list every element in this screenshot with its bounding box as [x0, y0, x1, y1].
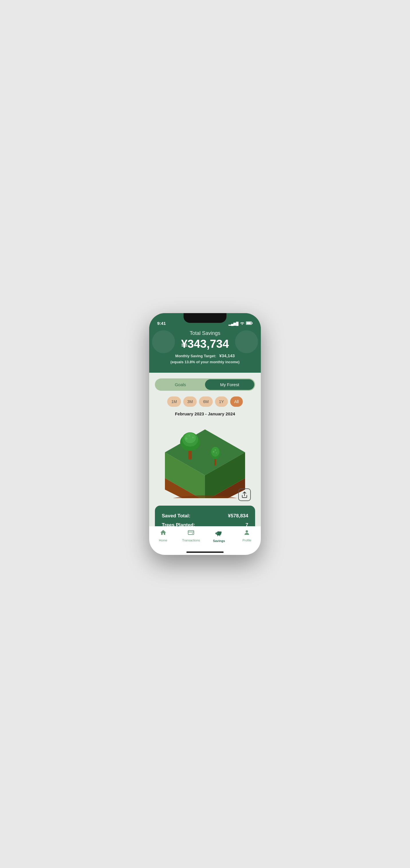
wallet-icon [188, 529, 194, 538]
filter-all[interactable]: All [230, 397, 243, 407]
svg-point-0 [242, 324, 243, 325]
monthly-target-label: Monthly Saving Target: [175, 354, 216, 358]
share-button[interactable] [238, 489, 251, 501]
bottom-nav: Home Transactions [149, 526, 261, 549]
trees-planted-value: 7 [246, 522, 248, 526]
person-icon [243, 529, 250, 538]
svg-point-21 [216, 452, 217, 454]
nav-transactions[interactable]: Transactions [177, 529, 205, 542]
filter-3m[interactable]: 3M [183, 397, 197, 407]
svg-line-28 [218, 535, 218, 536]
status-time: 9:41 [157, 321, 166, 326]
trees-planted-label: Trees Planted: [162, 522, 195, 526]
header: Total Savings ¥343,734 Monthly Saving Ta… [149, 328, 261, 373]
svg-point-24 [192, 533, 193, 534]
filter-6m[interactable]: 6M [199, 397, 213, 407]
tab-toggle: Goals My Forest [155, 378, 255, 391]
home-icon [160, 529, 167, 538]
nav-savings-label: Savings [213, 539, 225, 542]
svg-rect-3 [247, 322, 251, 324]
nav-profile[interactable]: Profile [233, 529, 261, 542]
svg-point-31 [246, 530, 248, 532]
home-indicator [149, 549, 261, 555]
svg-point-15 [192, 437, 194, 438]
tab-goals[interactable]: Goals [156, 379, 205, 390]
nav-savings[interactable]: Savings [205, 529, 233, 542]
nav-transactions-label: Transactions [182, 538, 200, 542]
svg-point-20 [213, 451, 215, 453]
monthly-target-sub: (equals 13.8% of your monthly income) [170, 360, 239, 364]
stats-row-trees: Trees Planted: 7 [162, 521, 248, 526]
wifi-icon [240, 321, 245, 326]
nav-home[interactable]: Home [149, 529, 177, 542]
svg-line-29 [220, 535, 220, 536]
svg-point-26 [220, 531, 222, 533]
home-bar [186, 552, 224, 553]
stats-card: Saved Total: ¥578,834 Trees Planted: 7 [155, 506, 255, 526]
saved-total-value: ¥578,834 [228, 513, 248, 519]
svg-rect-23 [188, 531, 194, 534]
svg-point-19 [211, 447, 219, 457]
tab-my-forest[interactable]: My Forest [205, 379, 254, 390]
filter-1m[interactable]: 1M [167, 397, 181, 407]
svg-rect-2 [252, 322, 253, 324]
svg-rect-10 [188, 450, 192, 460]
notch [184, 313, 226, 323]
svg-point-22 [215, 450, 216, 451]
signal-icon: ▂▄▆█ [228, 322, 239, 326]
content: Goals My Forest 1M 3M 6M 1Y All February… [149, 373, 261, 526]
svg-point-16 [188, 435, 190, 437]
nav-profile-label: Profile [243, 538, 251, 542]
date-range: February 2023 - January 2024 [155, 411, 255, 416]
battery-icon [246, 321, 253, 326]
status-icons: ▂▄▆█ [228, 321, 253, 326]
forest-svg [159, 421, 251, 498]
phone-frame: 9:41 ▂▄▆█ Total Savings ¥343,734 [149, 313, 261, 555]
filter-1y[interactable]: 1Y [215, 397, 228, 407]
svg-point-9 [165, 495, 245, 498]
svg-point-14 [185, 437, 188, 440]
saved-total-label: Saved Total: [162, 513, 190, 519]
stats-row-total: Saved Total: ¥578,834 [162, 512, 248, 521]
time-filters: 1M 3M 6M 1Y All [155, 397, 255, 407]
header-sub: Monthly Saving Target: ¥34,143 (equals 1… [158, 353, 252, 365]
forest-container [159, 421, 251, 501]
nav-home-label: Home [159, 538, 167, 542]
svg-rect-27 [218, 531, 220, 532]
header-title: Total Savings [158, 330, 252, 336]
header-amount: ¥343,734 [158, 337, 252, 350]
monthly-target-value: ¥34,143 [219, 353, 235, 358]
piggy-icon [215, 529, 223, 538]
svg-point-30 [217, 533, 218, 533]
